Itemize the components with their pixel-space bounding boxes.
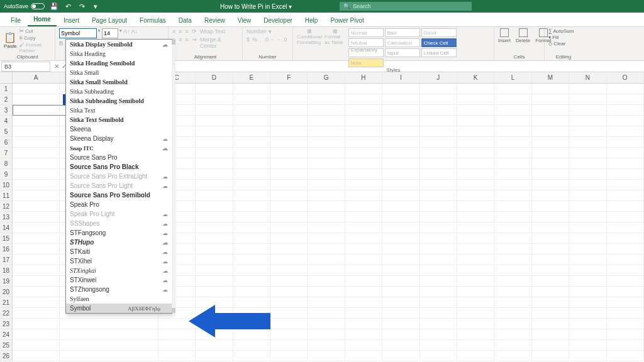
cell[interactable] [345,287,382,297]
cell[interactable] [607,105,644,115]
autosave-toggle[interactable]: AutoSave [4,3,45,9]
cell[interactable] [196,137,233,147]
cell[interactable] [569,222,606,233]
cell[interactable] [345,340,382,350]
font-option[interactable]: STKaiti☁ [66,247,172,256]
cell[interactable] [382,308,419,318]
cell[interactable] [196,94,233,104]
cell[interactable] [60,319,158,329]
cell[interactable] [457,244,494,254]
cell[interactable] [13,190,60,200]
align-center-icon[interactable]: ≡ [179,36,182,49]
cell[interactable] [196,105,233,115]
delete-cells-button[interactable]: Delete [516,28,530,43]
cell[interactable] [308,276,345,286]
cell[interactable] [270,276,308,286]
tab-file[interactable]: File [5,14,26,26]
cell[interactable] [308,319,345,329]
paste-button[interactable]: 📋 Paste [4,28,17,52]
tab-insert[interactable]: Insert [58,14,85,26]
cell[interactable] [420,351,457,361]
cell[interactable] [233,84,270,94]
cell[interactable] [13,148,60,158]
copy-button[interactable]: ⎘ Copy [19,35,51,41]
cell[interactable] [270,308,308,318]
cell[interactable] [382,94,419,104]
row-header[interactable]: 1 [0,84,13,94]
row-header[interactable]: 25 [0,340,13,351]
cell[interactable] [270,297,308,307]
cell[interactable] [420,148,457,158]
cell[interactable] [420,329,457,339]
font-option[interactable]: Sitka Small [66,68,172,77]
cell[interactable] [532,180,569,190]
tab-view[interactable]: View [232,14,257,26]
cell[interactable] [607,308,644,318]
cell[interactable] [569,94,606,104]
format-painter-button[interactable]: 🖌 Format Painter [19,42,51,53]
cell[interactable] [494,319,531,329]
cell[interactable] [233,105,270,115]
cell[interactable] [420,158,457,168]
cell[interactable] [569,297,606,307]
cell[interactable] [13,329,60,339]
cell[interactable] [569,126,606,136]
column-header[interactable]: J [420,72,457,84]
cell[interactable] [270,84,308,94]
cell[interactable] [233,180,270,190]
font-option[interactable]: Sylfaen [66,294,172,304]
cell[interactable] [607,233,644,243]
cell[interactable] [345,351,382,361]
cell[interactable] [270,105,308,115]
row-header[interactable]: 21 [0,297,13,308]
cell[interactable] [308,340,345,350]
font-option[interactable]: SSShapes☁ [66,219,172,228]
cell[interactable] [382,329,419,339]
cell[interactable] [532,340,569,350]
style-chip[interactable]: Normal [348,28,384,37]
cell[interactable] [270,351,308,361]
font-option[interactable]: Source Sans Pro Semibold [66,190,172,200]
cell[interactable] [13,319,60,329]
cell[interactable] [457,105,494,115]
cell[interactable] [382,297,419,307]
cell[interactable] [233,212,270,222]
font-option[interactable]: Sitka Heading [66,49,172,58]
cell[interactable] [457,84,494,94]
cell[interactable] [13,180,60,190]
cell[interactable] [457,351,494,361]
cell[interactable] [420,190,457,200]
cell[interactable] [196,126,233,136]
cell[interactable] [60,351,158,361]
cell[interactable] [532,287,569,297]
clear-button[interactable]: ◇ Clear [548,41,574,47]
cell[interactable] [532,116,569,126]
cell[interactable] [457,94,494,104]
cell[interactable] [420,222,457,233]
cell[interactable] [494,169,531,179]
cell[interactable] [196,233,233,243]
orientation-icon[interactable]: ⟳ [192,28,197,35]
cell[interactable] [532,329,569,339]
cell[interactable] [196,84,233,94]
cell[interactable] [607,222,644,233]
qat-customize-icon[interactable]: ▾ [91,2,100,11]
cell[interactable] [420,287,457,297]
cell[interactable] [532,84,569,94]
cell[interactable] [494,105,531,115]
cell[interactable] [607,169,644,179]
cell[interactable] [607,116,644,126]
cell[interactable] [308,180,345,190]
cell[interactable] [233,233,270,243]
cell[interactable] [569,351,606,361]
cell[interactable] [270,158,308,168]
cell[interactable] [457,265,494,275]
cell[interactable] [607,319,644,329]
cell[interactable] [196,244,233,254]
cell[interactable] [196,222,233,233]
cell[interactable] [308,351,345,361]
cell[interactable] [308,84,345,94]
cell[interactable] [457,319,494,329]
cell[interactable] [308,244,345,254]
cell[interactable] [345,255,382,265]
